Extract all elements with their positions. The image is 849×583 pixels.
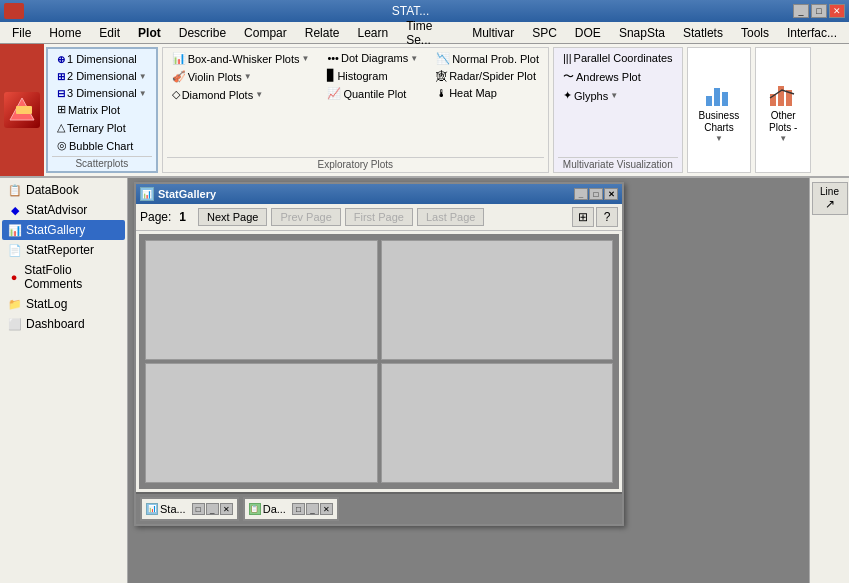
- menu-snapsta[interactable]: SnapSta: [611, 24, 673, 42]
- line-tool-label: Line: [820, 186, 839, 197]
- mini-window-sta-icon: 📊: [146, 503, 158, 515]
- matrix-icon: ⊞: [57, 103, 66, 116]
- menu-describe[interactable]: Describe: [171, 24, 234, 42]
- title-bar-controls: _ □ ✕: [793, 4, 845, 18]
- statlog-icon: 📁: [8, 297, 22, 311]
- line-tool-icon: ↗: [825, 197, 835, 211]
- page-label: Page:: [140, 210, 171, 224]
- window-minimize[interactable]: _: [574, 188, 588, 200]
- app-logo: [0, 44, 44, 176]
- scatterplots-section: ⊕ 1 Dimensional ⊞ 2 Dimensional ▼ ⊟ 3 Di…: [46, 47, 158, 173]
- mini-sta-restore[interactable]: □: [192, 503, 205, 515]
- menu-bar: File Home Edit Plot Describe Compar Rela…: [0, 22, 849, 44]
- btn-2-dimensional[interactable]: ⊞ 2 Dimensional ▼: [52, 68, 152, 84]
- btn-1-dimensional[interactable]: ⊕ 1 Dimensional: [52, 51, 152, 67]
- bar-chart-svg: [704, 80, 734, 108]
- 3d-dropdown-arrow: ▼: [139, 89, 147, 98]
- menu-tools[interactable]: Tools: [733, 24, 777, 42]
- sidebar-item-comments[interactable]: ● StatFolio Comments: [2, 260, 125, 294]
- menu-relate[interactable]: Relate: [297, 24, 348, 42]
- first-page-button[interactable]: First Page: [345, 208, 413, 226]
- btn-other-plots[interactable]: OtherPlots - ▼: [760, 74, 806, 147]
- gallery-help-button[interactable]: ?: [596, 207, 618, 227]
- menu-multivar[interactable]: Multivar: [464, 24, 522, 42]
- btn-violin[interactable]: 🎻 Violin Plots ▼: [167, 68, 315, 85]
- restore-button[interactable]: □: [811, 4, 827, 18]
- mini-da-close[interactable]: ✕: [320, 503, 333, 515]
- mini-window-sta: 📊 Sta... □ _ ✕: [140, 497, 239, 521]
- btn-histogram[interactable]: ▊ Histogram: [322, 67, 423, 84]
- sidebar-item-statgallery[interactable]: 📊 StatGallery: [2, 220, 125, 240]
- ribbon: ⊕ 1 Dimensional ⊞ 2 Dimensional ▼ ⊟ 3 Di…: [0, 44, 849, 178]
- mini-sta-close[interactable]: ✕: [220, 503, 233, 515]
- gallery-settings-button[interactable]: ⊞: [572, 207, 594, 227]
- 1d-icon: ⊕: [57, 54, 65, 65]
- menu-spc[interactable]: SPC: [524, 24, 565, 42]
- menu-doe[interactable]: DOE: [567, 24, 609, 42]
- btn-ternary-plot[interactable]: △ Ternary Plot: [52, 119, 152, 136]
- gallery-cell-2: [381, 240, 614, 360]
- close-button[interactable]: ✕: [829, 4, 845, 18]
- menu-learn[interactable]: Learn: [349, 24, 396, 42]
- sidebar: 📋 DataBook ◆ StatAdvisor 📊 StatGallery 📄…: [0, 178, 128, 583]
- menu-home[interactable]: Home: [41, 24, 89, 42]
- mini-window-da: 📋 Da... □ _ ✕: [243, 497, 339, 521]
- btn-business-charts[interactable]: BusinessCharts ▼: [692, 74, 747, 147]
- other-chart-svg: [768, 80, 798, 108]
- menu-interface[interactable]: Interfac...: [779, 24, 845, 42]
- btn-box-whisker[interactable]: 📊 Box-and-Whisker Plots ▼: [167, 50, 315, 67]
- sidebar-item-dashboard[interactable]: ⬜ Dashboard: [2, 314, 125, 334]
- mdi-area: 📊 StatGallery _ □ ✕ Page: 1 Next Page Pr…: [128, 178, 849, 583]
- btn-glyphs[interactable]: ✦ Glyphs ▼: [558, 87, 678, 104]
- menu-timese[interactable]: Time Se...: [398, 17, 462, 49]
- menu-statlets[interactable]: Statlets: [675, 24, 731, 42]
- btn-normal-prob[interactable]: 📉 Normal Prob. Plot: [431, 50, 544, 67]
- mini-da-minimize[interactable]: _: [306, 503, 319, 515]
- menu-edit[interactable]: Edit: [91, 24, 128, 42]
- menu-compar[interactable]: Compar: [236, 24, 295, 42]
- estadvisor-icon: ◆: [8, 203, 22, 217]
- line-tool-button[interactable]: Line ↗: [812, 182, 848, 215]
- statgallery-titlebar: 📊 StatGallery _ □ ✕: [136, 184, 622, 204]
- window-restore[interactable]: □: [589, 188, 603, 200]
- sidebar-label-estadvisor: StatAdvisor: [26, 203, 87, 217]
- sidebar-item-databook[interactable]: 📋 DataBook: [2, 180, 125, 200]
- glyphs-icon: ✦: [563, 89, 572, 102]
- 3d-icon: ⊟: [57, 88, 65, 99]
- minimize-button[interactable]: _: [793, 4, 809, 18]
- btn-dot-diagrams[interactable]: ••• Dot Diagrams ▼: [322, 50, 423, 66]
- btn-bubble-chart[interactable]: ◎ Bubble Chart: [52, 137, 152, 154]
- sidebar-label-comments: StatFolio Comments: [24, 263, 119, 291]
- mini-da-restore[interactable]: □: [292, 503, 305, 515]
- btn-quantile[interactable]: 📈 Quantile Plot: [322, 85, 423, 102]
- btn-3-dimensional[interactable]: ⊟ 3 Dimensional ▼: [52, 85, 152, 101]
- radar-icon: 🕸: [436, 70, 447, 82]
- window-close[interactable]: ✕: [604, 188, 618, 200]
- last-page-button[interactable]: Last Page: [417, 208, 485, 226]
- prev-page-button[interactable]: Prev Page: [271, 208, 340, 226]
- mini-sta-minimize[interactable]: _: [206, 503, 219, 515]
- sidebar-label-statgallery: StatGallery: [26, 223, 85, 237]
- parallel-icon: |||: [563, 52, 572, 64]
- heatmap-icon: 🌡: [436, 87, 447, 99]
- normal-icon: 📉: [436, 52, 450, 65]
- svg-rect-1: [16, 106, 32, 114]
- comments-icon: ●: [8, 270, 20, 284]
- btn-andrews-plot[interactable]: 〜 Andrews Plot: [558, 67, 678, 86]
- btn-matrix-plot[interactable]: ⊞ Matrix Plot: [52, 101, 152, 118]
- btn-radar-spider[interactable]: 🕸 Radar/Spider Plot: [431, 68, 544, 84]
- btn-heat-map[interactable]: 🌡 Heat Map: [431, 85, 544, 101]
- menu-file[interactable]: File: [4, 24, 39, 42]
- menu-plot[interactable]: Plot: [130, 24, 169, 42]
- exploratory-section: 📊 Box-and-Whisker Plots ▼ 🎻 Violin Plots…: [162, 47, 549, 173]
- svg-rect-4: [722, 92, 728, 106]
- statgallery-window-icon: 📊: [140, 187, 154, 201]
- bubble-icon: ◎: [57, 139, 67, 152]
- main-content: 📋 DataBook ◆ StatAdvisor 📊 StatGallery 📄…: [0, 178, 849, 583]
- btn-parallel-coords[interactable]: ||| Parallel Coordinates: [558, 50, 678, 66]
- btn-diamond-plots[interactable]: ◇ Diamond Plots ▼: [167, 86, 315, 103]
- next-page-button[interactable]: Next Page: [198, 208, 267, 226]
- sidebar-item-statlog[interactable]: 📁 StatLog: [2, 294, 125, 314]
- sidebar-item-statreporter[interactable]: 📄 StatReporter: [2, 240, 125, 260]
- sidebar-item-estadvisor[interactable]: ◆ StatAdvisor: [2, 200, 125, 220]
